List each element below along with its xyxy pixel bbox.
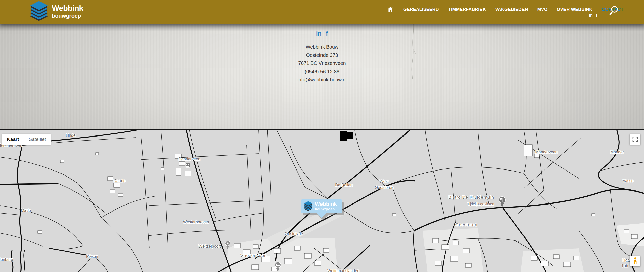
nav-gerealiseerd[interactable]: GEREALISEERD	[403, 7, 439, 12]
linkedin-icon[interactable]: in	[316, 30, 322, 37]
street-address: Oosteinde 373	[0, 51, 644, 59]
search-icon[interactable]	[608, 5, 619, 17]
map-label: Weitemanslanden	[327, 269, 359, 272]
logo-icon	[304, 201, 313, 211]
logo-title: Webbink	[52, 4, 83, 12]
header-social: in f	[589, 13, 597, 18]
map-button-kaart[interactable]: Kaart	[2, 134, 24, 145]
main-nav: GEREALISEERD TIMMERFABRIEK VAKGEBIEDEN M…	[387, 0, 624, 19]
postal-city: 7671 BC Vriezenveen	[0, 59, 644, 67]
map-label: Linde	[66, 133, 75, 138]
poi-station-daarlerveen[interactable]	[185, 163, 190, 167]
map-label: Daarlerveen	[178, 157, 200, 161]
nav-vakgebieden[interactable]: VAKGEBIEDEN	[495, 7, 528, 12]
linkedin-icon[interactable]: in	[589, 13, 592, 18]
map-label: Haa	[622, 258, 630, 262]
map-label: Manderveen	[535, 150, 558, 154]
webbink-map-marker[interactable]: Webbink bouwgroep	[301, 199, 342, 218]
marker-title: Webbink	[315, 201, 337, 207]
map-type-control: Kaart Satelliet	[2, 134, 51, 145]
map-label: Oosteinde	[285, 232, 303, 236]
pegman-control[interactable]	[630, 256, 640, 266]
contact-address-block: Webbink Bouw Oosteinde 373 7671 BC Vriez…	[0, 43, 644, 84]
marker-subtitle: bouwgroep	[315, 207, 337, 211]
email-address: info@webbink-bouw.nl	[0, 76, 644, 84]
map-industrial-building	[340, 131, 353, 141]
logo[interactable]: Webbink bouwgroep	[30, 1, 83, 22]
home-icon	[387, 6, 394, 13]
phone-number: (0546) 56 12 88	[0, 67, 644, 76]
map-button-satelliet[interactable]: Satelliet	[24, 134, 51, 145]
facebook-icon[interactable]: f	[326, 30, 328, 37]
nav-over-webbink[interactable]: OVER WEBBINK	[557, 7, 593, 12]
map-label: uilenburg	[0, 257, 13, 262]
map-label: Marle	[21, 208, 31, 213]
map-label: West	[380, 179, 389, 184]
map-section: Linde Hammerhoek Daarlerveen Daarle Marl…	[0, 129, 644, 272]
contact-section: in f Webbink Bouw Oosteinde 373 7671 BC …	[0, 24, 644, 129]
map-label: De Pollen	[335, 183, 352, 187]
map-label: Geesteren	[375, 185, 394, 190]
facebook-icon[interactable]: f	[596, 13, 597, 18]
map-label-poi-status: Tijdelijk gesloten	[467, 202, 494, 206]
nav-mvo[interactable]: MVO	[537, 7, 548, 12]
contact-social: in f	[0, 30, 644, 37]
nav-timmerfabriek[interactable]: TIMMERFABRIEK	[448, 7, 486, 12]
map-label: Geesteren	[455, 222, 477, 227]
poi-pin-restaurant[interactable]	[499, 197, 505, 207]
map-label: Westerhoeven	[183, 220, 209, 224]
map-label-poi: Bistro De Kruidentuin	[448, 195, 494, 200]
map-label: Daarle	[113, 179, 125, 183]
map-label: Vriezenveen	[240, 253, 267, 258]
marker-tail	[317, 213, 326, 218]
pegman-icon	[632, 257, 638, 265]
fullscreen-button[interactable]	[630, 134, 640, 145]
logo-icon	[30, 1, 48, 22]
header: Webbink bouwgroep GEREALISEERD TIMMERFAB…	[0, 0, 644, 24]
nav-home[interactable]	[387, 6, 394, 13]
company-name: Webbink Bouw	[0, 43, 644, 51]
map-label: Piksen	[86, 254, 98, 259]
map-label: Weitzelpoort	[198, 244, 221, 248]
fullscreen-icon	[632, 137, 638, 142]
map-label: Vasse	[623, 179, 633, 183]
map-label: Tub	[621, 264, 628, 268]
map-label: Mander	[610, 150, 624, 154]
logo-subtitle: bouwgroep	[52, 13, 83, 19]
